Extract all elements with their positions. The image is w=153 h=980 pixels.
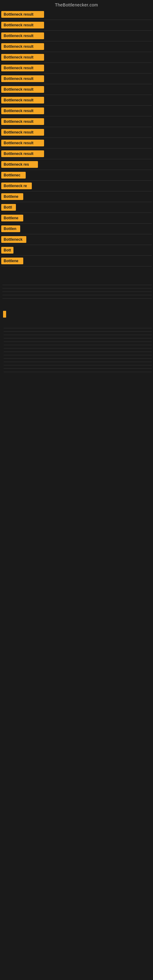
bottleneck-badge: Bottleneck result: [1, 150, 44, 157]
list-item: Bottleneck result: [1, 106, 153, 116]
divider: [4, 362, 152, 362]
list-item: Bottleneck result: [1, 116, 153, 127]
bottleneck-badge: Bottleneck result: [1, 43, 44, 50]
bottleneck-badge: Bottlen: [1, 225, 20, 232]
list-item: Bottlen: [1, 224, 153, 234]
list-item: Bott: [1, 245, 153, 255]
divider: [4, 352, 152, 352]
list-item: Bottleneck result: [1, 73, 153, 84]
divider: [4, 335, 152, 335]
bottleneck-badge: Bottlenec: [1, 172, 26, 178]
divider: [2, 295, 152, 295]
list-item: Bottlene: [1, 191, 153, 202]
bottleneck-badge: Bottlene: [1, 193, 23, 200]
divider: [4, 368, 152, 369]
divider: [4, 348, 152, 348]
site-header: TheBottlenecker.com: [0, 0, 153, 9]
bottleneck-badge: Bottleneck res: [1, 161, 38, 168]
divider: [4, 345, 152, 345]
list-item: Bottleneck result: [1, 9, 153, 20]
list-item: Bottleneck res: [1, 159, 153, 170]
bottleneck-badge: Bottleneck result: [1, 86, 44, 93]
bottleneck-badge: Bottleneck result: [1, 97, 44, 103]
bottleneck-badge: Bottleneck result: [1, 32, 44, 39]
list-item: Bottleneck result: [1, 30, 153, 41]
bottleneck-badge: Bottleneck result: [1, 75, 44, 82]
bottleneck-badge: Bottleneck result: [1, 54, 44, 60]
list-item: Bottleneck result: [1, 20, 153, 30]
list-item: Bottleneck result: [1, 95, 153, 105]
list-item: Bottleneck result: [1, 127, 153, 137]
divider: [4, 358, 152, 359]
bottleneck-badge: Bott: [1, 247, 13, 254]
divider: [4, 372, 152, 372]
bottleneck-badge: Bottleneck result: [1, 108, 44, 114]
bottleneck-badge: Bottleneck result: [1, 140, 44, 146]
bottleneck-badge: Bottleneck result: [1, 11, 44, 18]
bottleneck-badge: Bottl: [1, 204, 16, 211]
bottom-content: [1, 311, 153, 372]
bottleneck-badge: Bottlene: [1, 215, 23, 221]
list-item: Bottleneck re: [1, 181, 153, 191]
list-item: Bottl: [1, 202, 153, 213]
list-item: Bottleneck result: [1, 84, 153, 95]
bottleneck-badge: Bottleneck: [1, 236, 26, 243]
list-item: Bottlene: [1, 256, 153, 266]
bottleneck-list: Bottleneck result Bottleneck result Bott…: [0, 9, 153, 266]
divider: [4, 355, 152, 355]
list-item: Bottleneck result: [1, 41, 153, 52]
divider: [2, 298, 152, 299]
list-item: Bottleneck result: [1, 138, 153, 148]
bottleneck-badge: Bottleneck result: [1, 129, 44, 136]
divider: [4, 331, 152, 332]
list-item: Bottleneck result: [1, 148, 153, 159]
list-item: Bottleneck result: [1, 63, 153, 73]
divider: [4, 328, 152, 328]
bottleneck-badge: Bottleneck result: [1, 118, 44, 125]
list-item: Bottlene: [1, 213, 153, 223]
site-title: TheBottlenecker.com: [55, 2, 98, 7]
bottleneck-badge: Bottleneck result: [1, 65, 44, 72]
list-item: Bottleneck: [1, 234, 153, 245]
divider: [4, 338, 152, 339]
list-item: Bottleneck result: [1, 52, 153, 62]
list-item: Bottlenec: [1, 170, 153, 180]
bottleneck-badge: Bottlene: [1, 258, 23, 264]
lower-section: [0, 285, 153, 372]
bottom-indicator: [3, 311, 6, 318]
bottleneck-badge: Bottleneck re: [1, 183, 32, 189]
bottleneck-badge: Bottleneck result: [1, 22, 44, 29]
divider: [2, 291, 152, 292]
